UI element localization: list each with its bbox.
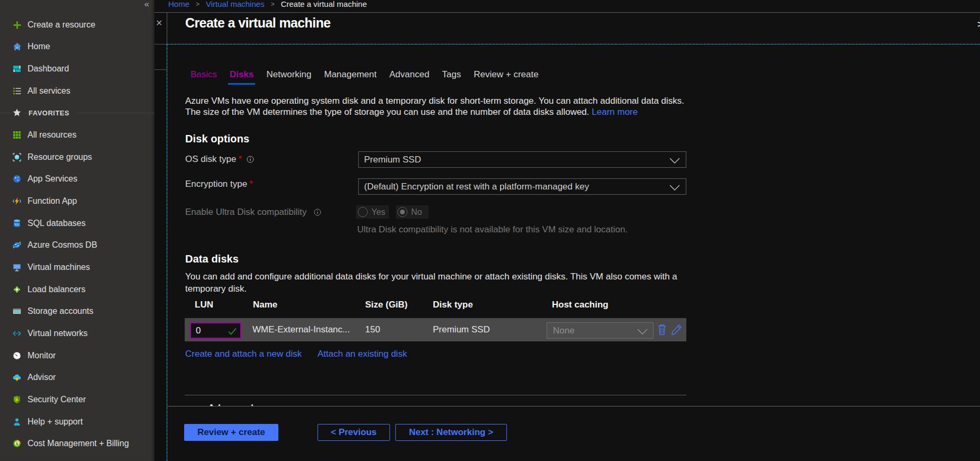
tab-basics[interactable]: Basics <box>189 69 219 85</box>
advisor-icon <box>12 373 21 382</box>
sidebar-item-dashboard[interactable]: Dashboard <box>0 58 155 80</box>
sidebar-item-sql-databases[interactable]: SQLSQL databases <box>0 212 155 234</box>
data-disks-description: You can add and configure additional dat… <box>185 271 677 295</box>
sidebar-item-all-services[interactable]: All services <box>0 80 155 102</box>
cost-management-icon: $ <box>12 439 21 448</box>
breadcrumb-separator: > <box>271 0 275 8</box>
close-icon[interactable]: ✕ <box>156 18 162 28</box>
storage-accounts-icon <box>12 307 21 316</box>
resource-groups-icon <box>12 152 21 161</box>
delete-disk-icon[interactable] <box>657 323 667 336</box>
function-app-icon <box>12 197 21 206</box>
security-center-icon <box>12 395 21 404</box>
col-lun: LUN <box>195 300 213 310</box>
breadcrumb-virtual-machines[interactable]: Virtual machines <box>206 0 265 8</box>
create-attach-disk-link[interactable]: Create and attach a new disk <box>185 349 302 359</box>
disk-type: Premium SSD <box>433 318 490 341</box>
previous-button[interactable]: < Previous <box>317 424 390 441</box>
sidebar-item-cost-management-billing[interactable]: $Cost Management + Billing <box>0 432 155 455</box>
learn-more-link[interactable]: Learn more <box>592 107 638 117</box>
sidebar-item-load-balancers[interactable]: Load balancers <box>0 278 155 301</box>
sidebar-item-advisor[interactable]: Advisor <box>0 367 155 389</box>
sidebar-item-all-resources[interactable]: All resources <box>0 124 155 146</box>
os-disk-type-select[interactable]: Premium SSD <box>358 151 686 168</box>
next-button[interactable]: Next : Networking > <box>395 424 507 441</box>
section-divider <box>185 395 686 395</box>
plus-icon <box>12 20 21 29</box>
svg-text:SQL: SQL <box>14 223 19 226</box>
sidebar-collapse-icon[interactable]: « <box>144 0 149 8</box>
home-icon <box>12 42 21 51</box>
virtual-machines-icon <box>12 263 21 272</box>
virtual-networks-icon <box>12 329 21 338</box>
sidebar-item-monitor[interactable]: Monitor <box>0 345 155 367</box>
col-name: Name <box>253 300 277 310</box>
sql-databases-icon: SQL <box>12 219 21 228</box>
chevron-down-icon <box>637 329 648 335</box>
host-caching-select: None <box>547 322 654 339</box>
disk-size: 150 <box>365 318 380 341</box>
intro-text: Azure VMs have one operating system disk… <box>185 95 684 118</box>
ultra-disk-radio-no[interactable]: No <box>396 205 429 219</box>
tab-disks[interactable]: Disks <box>228 69 255 85</box>
data-disk-row: 0 WME-External-Instanc... 150 Premium SS… <box>185 318 686 341</box>
breadcrumb: Home > Virtual machines > Create a virtu… <box>155 0 980 13</box>
sidebar-nav: Create a resourceHomeDashboardAll servic… <box>0 14 155 455</box>
info-icon <box>247 156 254 163</box>
col-host-caching: Host caching <box>552 300 609 310</box>
sidebar-item-favorites: FAVORITES <box>0 102 155 124</box>
valid-check-icon <box>228 327 237 336</box>
app-services-icon <box>12 175 21 184</box>
sidebar-item-app-services[interactable]: App Services <box>0 168 155 191</box>
disk-links: Create and attach a new disk Attach an e… <box>185 349 302 359</box>
attach-existing-disk-link[interactable]: Attach an existing disk <box>317 349 407 359</box>
sidebar-item-virtual-machines[interactable]: Virtual machines <box>0 256 155 278</box>
monitor-icon <box>12 351 21 360</box>
sidebar-item-create-a-resource[interactable]: Create a resource <box>0 14 155 36</box>
disk-name: WME-External-Instanc... <box>252 318 350 341</box>
sidebar-item-storage-accounts[interactable]: Storage accounts <box>0 301 155 323</box>
tabs: BasicsDisksNetworkingManagementAdvancedT… <box>189 69 540 85</box>
dashboard-icon <box>12 65 21 74</box>
col-disk-type: Disk type <box>433 300 473 310</box>
ultra-disk-label: Enable Ultra Disk compatibility <box>185 207 321 218</box>
tab-management[interactable]: Management <box>323 69 378 85</box>
star-icon <box>12 107 24 119</box>
sidebar-item-resource-groups[interactable]: Resource groups <box>0 146 155 168</box>
help-support-icon <box>12 417 21 426</box>
sidebar-item-virtual-networks[interactable]: Virtual networks <box>0 322 155 345</box>
tab-networking[interactable]: Networking <box>265 69 313 85</box>
advanced-section-cut: Advanced <box>208 402 253 406</box>
lun-input[interactable]: 0 <box>190 322 241 339</box>
tab-tags[interactable]: Tags <box>440 69 462 85</box>
sidebar-item-help-support[interactable]: Help + support <box>0 411 155 433</box>
cosmos-db-icon <box>12 241 21 250</box>
tab-review-create[interactable]: Review + create <box>472 69 540 85</box>
ultra-disk-note: Ultra Disk compatibility is not availabl… <box>357 224 628 235</box>
breadcrumb-current: Create a virtual machine <box>281 0 367 8</box>
review-create-button[interactable]: Review + create <box>184 424 278 441</box>
edit-disk-icon[interactable] <box>670 323 683 337</box>
tab-advanced[interactable]: Advanced <box>388 69 431 85</box>
blade-edge-strip: ✕ <box>155 13 167 461</box>
disk-options-heading: Disk options <box>185 133 249 145</box>
all-services-icon <box>12 86 21 95</box>
flyout-chevron-icon[interactable]: > <box>977 19 980 31</box>
footer-bar: Review + create < Previous Next : Networ… <box>167 406 980 461</box>
all-resources-icon <box>12 131 21 140</box>
sidebar-item-function-app[interactable]: Function App <box>0 190 155 212</box>
chevron-down-icon <box>669 158 680 164</box>
load-balancers-icon <box>12 285 21 294</box>
ultra-disk-radio-yes[interactable]: Yes <box>356 205 389 219</box>
sidebar-item-home[interactable]: Home <box>0 36 155 58</box>
col-size: Size (GiB) <box>365 300 407 310</box>
data-disks-heading: Data disks <box>185 253 239 265</box>
chevron-down-icon <box>669 185 680 191</box>
info-icon <box>314 209 321 216</box>
encryption-type-label: Encryption type* <box>185 179 258 189</box>
sidebar-item-security-center[interactable]: Security Center <box>0 388 155 411</box>
blade-header: Create a virtual machine > <box>167 13 980 44</box>
encryption-type-select[interactable]: (Default) Encryption at rest with a plat… <box>358 178 686 195</box>
sidebar-item-azure-cosmos-db[interactable]: Azure Cosmos DB <box>0 234 155 257</box>
breadcrumb-home[interactable]: Home <box>168 0 189 8</box>
